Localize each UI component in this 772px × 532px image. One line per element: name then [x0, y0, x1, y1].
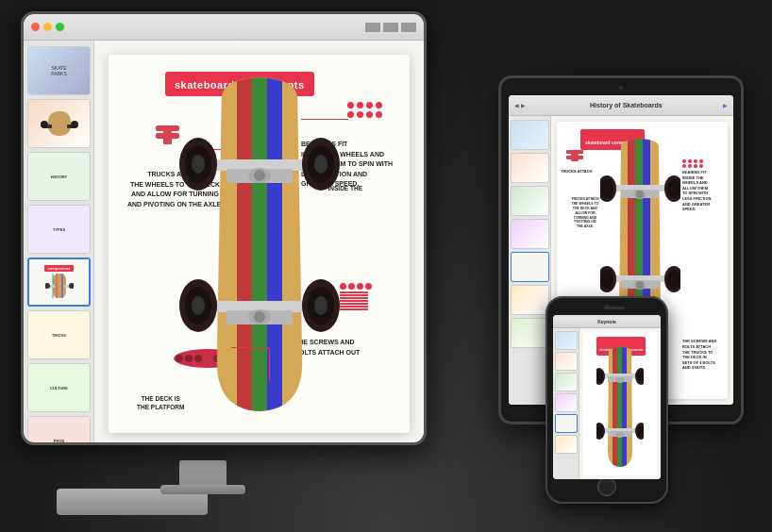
skateboard-svg — [175, 70, 344, 419]
svg-rect-70 — [622, 347, 627, 467]
slide-thumb-8[interactable]: PROS — [27, 416, 91, 442]
ipad-truck-icon — [562, 150, 588, 175]
maximize-button[interactable] — [56, 23, 64, 31]
view-icon[interactable] — [365, 23, 380, 32]
deck-connector-v — [269, 348, 270, 381]
iphone-skateboard — [596, 345, 644, 475]
iphone-speaker — [604, 307, 625, 309]
svg-point-62 — [600, 270, 613, 289]
slide-thumb-4[interactable]: TYPES — [27, 205, 91, 254]
svg-point-11 — [45, 283, 50, 289]
slide-panel[interactable]: SKATEPARKS — [24, 41, 94, 442]
ipad-screws-annotation: THE SCREWS ANDBOLTS ATTACHTHE TRUCKS TOT… — [682, 339, 725, 371]
toolbar — [24, 14, 424, 41]
iphone-home-button[interactable] — [597, 477, 616, 496]
svg-rect-65 — [566, 150, 583, 154]
iphone-title: Keynote — [557, 319, 657, 324]
iphone-thumb-5[interactable] — [555, 414, 578, 433]
skateboard-container — [156, 55, 363, 433]
ipad-thumb-3[interactable] — [511, 186, 549, 216]
svg-point-56 — [667, 179, 680, 198]
bearing-dot-3 — [366, 102, 373, 108]
iphone-slide: skateboard components — [583, 332, 657, 475]
svg-point-54 — [600, 179, 613, 198]
svg-point-73 — [615, 377, 625, 383]
svg-point-52 — [636, 191, 644, 198]
iphone-thumb-6[interactable] — [555, 435, 578, 454]
ipad-camera — [619, 86, 623, 90]
close-button[interactable] — [31, 23, 40, 31]
svg-point-45 — [314, 296, 327, 315]
ipad-thumb-5[interactable] — [511, 252, 549, 282]
iphone: Keynote skateboard components — [545, 296, 668, 504]
svg-point-35 — [314, 155, 327, 174]
ipad-toolbar: ◀ ▶ History of Skateboards ▶ — [509, 95, 733, 116]
svg-rect-69 — [613, 347, 617, 467]
ipad-thumb-4[interactable] — [511, 219, 549, 249]
ipad-title: History of Skateboards — [529, 102, 723, 108]
minimize-button[interactable] — [43, 23, 52, 31]
slide-thumb-3[interactable]: HISTORY — [27, 152, 91, 201]
svg-rect-68 — [617, 347, 622, 467]
svg-rect-67 — [571, 154, 579, 161]
current-slide: skateboard components — [109, 55, 410, 433]
ipad-bearings-annotation: BEARING FITINSIDE THEWHEELS ANDALLOW THE… — [682, 159, 725, 212]
svg-point-60 — [636, 281, 644, 289]
ipad-thumb-2[interactable] — [511, 153, 549, 183]
svg-point-39 — [254, 311, 265, 323]
svg-rect-23 — [252, 77, 267, 411]
bearing-dot-4 — [376, 102, 382, 108]
iphone-sidebar[interactable] — [553, 328, 579, 479]
monitor-screen: SKATEPARKS — [24, 14, 424, 442]
svg-rect-5 — [53, 274, 66, 298]
svg-point-3 — [41, 121, 48, 128]
bearing-dot-7 — [366, 111, 373, 118]
svg-point-64 — [667, 270, 680, 289]
ipad-trucks-text: TRUCKS ATTACHTHE WHEELS TOTHE DECK ANDAL… — [562, 197, 609, 229]
document-icon[interactable] — [401, 23, 416, 32]
monitor-stand-base — [160, 485, 245, 494]
ipad-thumb-6[interactable] — [511, 285, 549, 315]
slide-area: skateboard components — [94, 41, 424, 442]
svg-rect-0 — [48, 111, 71, 136]
screw-dot-4 — [365, 283, 372, 290]
app-content: SKATEPARKS — [24, 41, 424, 442]
iphone-content: skateboard components — [553, 328, 661, 479]
svg-point-80 — [615, 432, 625, 438]
svg-point-32 — [192, 155, 205, 174]
iphone-thumb-4[interactable] — [555, 393, 578, 412]
ipad-thumb-7[interactable] — [511, 318, 549, 348]
ipad-thumb-1[interactable] — [511, 120, 549, 150]
slide-thumb-5[interactable]: components — [27, 258, 91, 307]
iphone-screen: Keynote skateboard components — [553, 315, 661, 479]
toolbar-icons — [365, 23, 416, 32]
format-icon[interactable] — [383, 23, 398, 32]
deck-connector-h — [231, 347, 269, 348]
iphone-thumb-3[interactable] — [555, 373, 578, 391]
monitor: SKATEPARKS — [21, 11, 427, 445]
slide-thumb-2[interactable] — [27, 99, 91, 148]
iphone-main: skateboard components — [579, 328, 661, 479]
svg-point-4 — [71, 121, 78, 128]
iphone-thumb-2[interactable] — [555, 352, 578, 371]
slide-thumb-6[interactable]: TRICKS — [27, 310, 91, 359]
svg-point-42 — [192, 296, 205, 315]
iphone-thumb-1[interactable] — [555, 331, 578, 350]
svg-point-29 — [254, 170, 265, 181]
svg-point-12 — [69, 283, 74, 289]
svg-rect-24 — [237, 77, 252, 411]
slide-thumb-7[interactable]: CULTURE — [27, 363, 91, 412]
slide-thumb-1[interactable]: SKATEPARKS — [27, 46, 91, 95]
bearing-dot-8 — [376, 111, 382, 118]
iphone-toolbar: Keynote — [553, 315, 661, 328]
